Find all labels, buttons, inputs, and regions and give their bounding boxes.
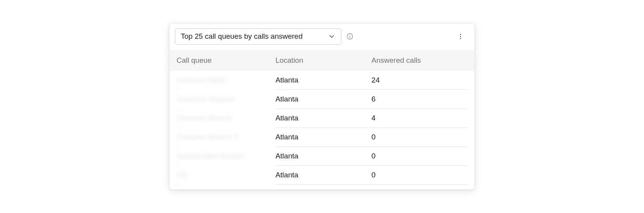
chevron-down-icon — [328, 33, 336, 40]
cell-location: Atlanta — [276, 90, 372, 109]
column-header-location[interactable]: Location — [276, 56, 372, 65]
cell-answered-calls: 6 — [372, 90, 468, 109]
cell-call-queue: Cumulus Support — [176, 90, 276, 109]
cell-answered-calls: 0 — [372, 166, 468, 185]
cell-location: Atlanta — [276, 109, 372, 128]
table-body: Cumulus Sales Atlanta 24 Cumulus Support… — [170, 71, 474, 189]
column-header-answered-calls[interactable]: Answered calls — [372, 56, 468, 65]
svg-point-5 — [460, 38, 461, 39]
cell-answered-calls: 24 — [372, 71, 468, 90]
metric-dropdown-label: Top 25 call queues by calls answered — [181, 32, 322, 41]
cell-answered-calls: 4 — [372, 109, 468, 128]
cell-answered-calls: 0 — [372, 128, 468, 147]
column-header-call-queue[interactable]: Call queue — [176, 56, 276, 65]
table-row[interactable]: Cumulus Branch 2 Atlanta 0 — [170, 128, 474, 147]
call-queues-table: Call queue Location Answered calls Cumul… — [170, 50, 474, 189]
svg-point-4 — [460, 36, 461, 37]
cell-location: Atlanta — [276, 147, 372, 166]
table-row[interactable]: Cumulus Support Atlanta 6 — [170, 90, 474, 109]
cell-call-queue: Cumuls New Branch — [176, 147, 276, 166]
table-row[interactable]: CQ Atlanta 0 — [170, 166, 474, 185]
cell-location: Atlanta — [276, 71, 372, 90]
svg-point-3 — [460, 34, 461, 35]
card-header: Top 25 call queues by calls answered — [170, 24, 474, 50]
metric-dropdown[interactable]: Top 25 call queues by calls answered — [175, 28, 341, 45]
cell-call-queue: Cumulus Branch — [176, 109, 276, 128]
table-row[interactable]: Cumulus Branch Atlanta 4 — [170, 109, 474, 128]
table-row[interactable]: Cumuls New Branch Atlanta 0 — [170, 147, 474, 166]
cell-answered-calls: 0 — [372, 147, 468, 166]
cell-location: Atlanta — [276, 166, 372, 185]
cell-call-queue: Cumulus Sales — [176, 71, 276, 90]
cell-call-queue: Cumulus Branch 2 — [176, 128, 276, 147]
table-row[interactable]: Cumulus Sales Atlanta 24 — [170, 71, 474, 90]
call-queues-card: Top 25 call queues by calls answered Cal… — [169, 23, 475, 190]
info-icon[interactable] — [346, 33, 354, 40]
cell-call-queue: CQ — [176, 166, 276, 185]
table-header-row: Call queue Location Answered calls — [170, 50, 474, 71]
more-options-button[interactable] — [455, 31, 466, 42]
svg-point-2 — [349, 35, 350, 35]
cell-location: Atlanta — [276, 128, 372, 147]
